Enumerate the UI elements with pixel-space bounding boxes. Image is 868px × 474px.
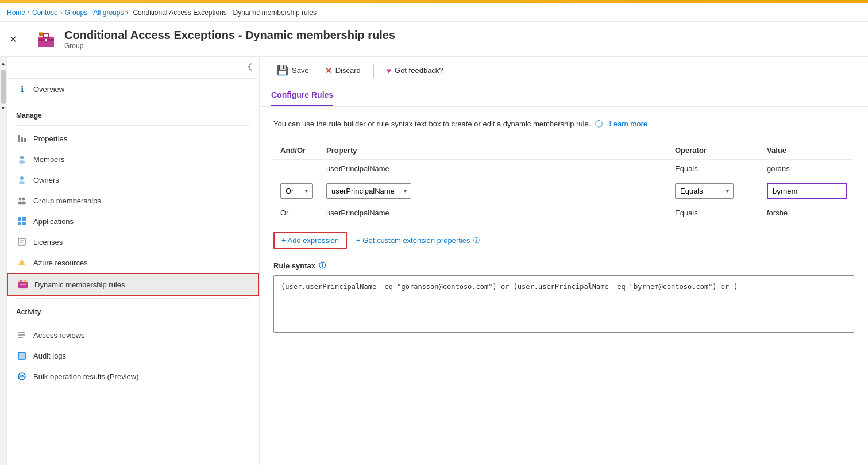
breadcrumb-groups[interactable]: Groups - All groups — [65, 9, 124, 17]
sidebar-item-applications[interactable]: Applications — [7, 211, 259, 232]
learn-more-link[interactable]: Learn more — [609, 120, 647, 128]
save-button[interactable]: 💾 Save — [271, 61, 315, 79]
andor-select-wrapper: Or And — [280, 183, 313, 199]
breadcrumb-contoso[interactable]: Contoso — [32, 9, 58, 17]
scroll-down-button[interactable]: ▼ — [0, 104, 7, 112]
get-custom-label: + Get custom extension properties — [356, 236, 470, 245]
row2-property: userPrincipalName — [319, 204, 668, 222]
operator-select[interactable]: Equals Not Equals Contains — [675, 183, 734, 199]
sidebar-bulk-operation-label: Bulk operation results (Preview) — [33, 372, 139, 381]
discard-button[interactable]: ✕ Discard — [319, 63, 367, 79]
close-button[interactable]: ✕ — [9, 34, 17, 45]
content-area: 💾 Save ✕ Discard ♥ Got feedback? Configu… — [260, 57, 868, 465]
andor-select[interactable]: Or And — [280, 183, 313, 199]
sidebar-activity-label: Activity — [7, 301, 259, 319]
row1-operator: Equals — [668, 159, 760, 178]
sidebar-item-properties[interactable]: Properties — [7, 128, 259, 149]
owners-icon — [16, 174, 28, 186]
sidebar-divider-3 — [16, 298, 250, 299]
page-title: Conditional Access Exceptions - Dynamic … — [64, 29, 395, 42]
edit-row-andor-cell: Or And — [273, 178, 319, 204]
sidebar-dynamic-membership-label: Dynamic membership rules — [34, 280, 125, 289]
sidebar-group-memberships-label: Group memberships — [33, 196, 101, 205]
svg-rect-1 — [38, 37, 54, 47]
sidebar-item-owners[interactable]: Owners — [7, 169, 259, 190]
sidebar-properties-label: Properties — [33, 134, 67, 143]
property-select-wrapper: userPrincipalName displayName department — [326, 183, 411, 199]
svg-rect-8 — [18, 135, 20, 142]
tab-configure-rules-label: Configure Rules — [271, 90, 333, 99]
rule-syntax-box[interactable]: (user.userPrincipalName -eq "goransson@c… — [273, 275, 854, 333]
row2-operator: Equals — [668, 204, 760, 222]
collapse-sidebar-button[interactable]: 《 — [243, 61, 252, 74]
header-icon — [34, 28, 57, 51]
sidebar-item-members[interactable]: Members — [7, 149, 259, 169]
sidebar-collapse-area: 《 — [7, 57, 259, 79]
svg-point-14 — [19, 181, 25, 184]
discard-icon: ✕ — [325, 66, 332, 75]
azure-resources-icon — [16, 257, 28, 268]
feedback-icon: ♥ — [387, 66, 391, 75]
expression-actions: + Add expression + Get custom extension … — [273, 232, 854, 249]
sidebar-item-access-reviews[interactable]: Access reviews — [7, 325, 259, 345]
svg-point-18 — [21, 202, 26, 205]
svg-rect-10 — [24, 138, 26, 142]
scroll-up-button[interactable]: ▲ — [0, 59, 7, 67]
svg-rect-19 — [18, 217, 21, 221]
scroll-thumb[interactable] — [1, 70, 6, 104]
edit-row-value-cell — [760, 178, 854, 204]
header-operator: Operator — [668, 141, 760, 160]
access-reviews-icon — [16, 329, 28, 341]
row1-property: userPrincipalName — [319, 159, 668, 178]
toolbar: 💾 Save ✕ Discard ♥ Got feedback? — [260, 57, 868, 84]
info-icon: ℹ — [16, 83, 28, 95]
svg-marker-26 — [18, 259, 25, 265]
bulk-operation-icon — [16, 371, 28, 382]
sidebar: 《 ℹ Overview Manage Properties Members — [7, 57, 260, 465]
sidebar-divider-4 — [16, 322, 250, 322]
get-custom-info-icon: ⓘ — [473, 236, 480, 245]
save-icon: 💾 — [277, 65, 288, 76]
edit-row-property-cell: userPrincipalName displayName department — [319, 178, 668, 204]
row2-value: forsbe — [760, 204, 854, 222]
sidebar-audit-logs-label: Audit logs — [33, 352, 66, 360]
info-tooltip-icon: ⓘ — [595, 120, 603, 128]
value-input[interactable] — [767, 183, 847, 199]
sidebar-azure-resources-label: Azure resources — [33, 259, 88, 267]
sidebar-divider-1 — [16, 102, 250, 102]
svg-rect-36 — [18, 352, 25, 359]
audit-logs-icon — [16, 350, 28, 361]
svg-point-15 — [19, 198, 22, 201]
svg-rect-22 — [22, 222, 26, 225]
members-icon — [16, 153, 28, 165]
add-expression-button[interactable]: + Add expression — [273, 232, 347, 249]
rule-syntax-label: Rule syntax ⓘ — [273, 261, 854, 271]
get-custom-extension-button[interactable]: + Get custom extension properties ⓘ — [356, 236, 480, 245]
sidebar-item-licenses[interactable]: Licenses — [7, 232, 259, 252]
sidebar-item-overview[interactable]: ℹ Overview — [7, 79, 259, 99]
page-header: ✕ Conditional Access Exceptions - Dynami… — [0, 22, 868, 57]
breadcrumb-home[interactable]: Home — [7, 9, 25, 17]
feedback-label: Got feedback? — [395, 66, 443, 75]
sidebar-item-audit-logs[interactable]: Audit logs — [7, 345, 259, 366]
svg-rect-32 — [20, 284, 26, 285]
tab-configure-rules[interactable]: Configure Rules — [271, 84, 333, 106]
svg-point-16 — [22, 198, 25, 201]
rule-syntax-section: Rule syntax ⓘ (user.userPrincipalName -e… — [273, 261, 854, 333]
edit-row-operator-cell: Equals Not Equals Contains — [668, 178, 760, 204]
svg-point-13 — [20, 176, 24, 180]
page-subtitle: Group — [64, 42, 395, 50]
rule-syntax-info-icon: ⓘ — [319, 261, 326, 271]
property-select[interactable]: userPrincipalName displayName department — [326, 183, 411, 199]
sidebar-item-dynamic-membership[interactable]: Dynamic membership rules — [7, 273, 259, 296]
discard-label: Discard — [335, 66, 361, 75]
breadcrumb-current: Conditional Access Exceptions - Dynamic … — [133, 9, 316, 17]
feedback-button[interactable]: ♥ Got feedback? — [381, 63, 449, 79]
info-text: You can use the rule builder or rule syn… — [273, 118, 854, 130]
sidebar-item-azure-resources[interactable]: Azure resources — [7, 252, 259, 273]
tabs-bar: Configure Rules — [260, 84, 868, 107]
table-row: Or userPrincipalName Equals forsbe — [273, 204, 854, 222]
sidebar-item-group-memberships[interactable]: Group memberships — [7, 190, 259, 211]
sidebar-item-bulk-operation[interactable]: Bulk operation results (Preview) — [7, 366, 259, 387]
svg-rect-4 — [45, 39, 47, 41]
